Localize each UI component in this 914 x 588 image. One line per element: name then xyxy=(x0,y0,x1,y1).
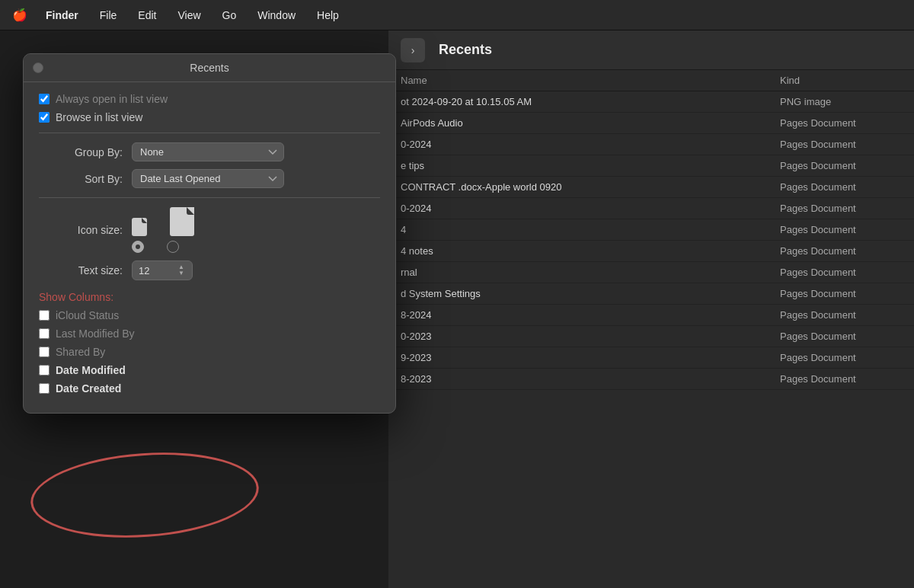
popover-body: Always open in list view Browse in list … xyxy=(24,82,395,413)
table-row[interactable]: 4 notesPages Document xyxy=(388,241,914,262)
table-row[interactable]: 0-2024Pages Document xyxy=(388,198,914,219)
divider-1 xyxy=(39,133,380,133)
sort-by-select[interactable]: Date Last Opened Name Kind Date Modified… xyxy=(132,169,284,188)
menu-edit[interactable]: Edit xyxy=(135,8,159,23)
always-open-label: Always open in list view xyxy=(56,93,168,105)
text-size-row: Text size: 12 ▲ ▼ xyxy=(39,260,380,280)
file-name: 9-2023 xyxy=(401,352,780,363)
menu-file[interactable]: File xyxy=(97,8,120,23)
show-columns-label: Show Columns: xyxy=(39,291,380,303)
file-kind: Pages Document xyxy=(780,288,902,299)
table-row[interactable]: 0-2023Pages Document xyxy=(388,326,914,347)
radio-large[interactable] xyxy=(167,241,179,253)
group-by-label: Group By: xyxy=(39,146,123,158)
file-name: 0-2023 xyxy=(401,331,780,342)
table-row[interactable]: CONTRACT .docx-Apple world 0920Pages Doc… xyxy=(388,177,914,198)
text-size-stepper[interactable]: 12 ▲ ▼ xyxy=(132,260,193,280)
icon-size-section: Icon size: xyxy=(39,207,380,253)
browse-list-label: Browse in list view xyxy=(56,111,142,123)
table-row[interactable]: rnalPages Document xyxy=(388,262,914,283)
date-modified-row: Date Modified xyxy=(39,364,380,376)
icon-size-label: Icon size: xyxy=(39,224,123,236)
col-header-name: Name xyxy=(401,75,780,86)
menu-help[interactable]: Help xyxy=(314,8,342,23)
finder-window: › Recents Name Kind ot 2024-09-20 at 10.… xyxy=(388,30,914,588)
date-created-row: Date Created xyxy=(39,382,380,395)
apple-menu[interactable]: 🍎 xyxy=(12,8,27,22)
finder-title: Recents xyxy=(439,42,492,58)
menubar: 🍎 Finder File Edit View Go Window Help xyxy=(0,0,914,30)
file-name: ot 2024-09-20 at 10.15.05 AM xyxy=(401,96,780,107)
menu-finder[interactable]: Finder xyxy=(43,8,81,23)
last-modified-by-row: Last Modified By xyxy=(39,328,380,340)
show-columns-section: Show Columns: iCloud Status Last Modifie… xyxy=(39,291,380,395)
file-name: 0-2024 xyxy=(401,203,780,214)
main-area: Recents Always open in list view Browse … xyxy=(0,30,914,588)
file-kind: Pages Document xyxy=(780,245,902,257)
last-modified-by-label: Last Modified By xyxy=(56,328,135,340)
shared-by-label: Shared By xyxy=(56,346,105,358)
table-row[interactable]: 4Pages Document xyxy=(388,219,914,241)
shared-by-checkbox[interactable] xyxy=(39,347,50,357)
table-row[interactable]: ot 2024-09-20 at 10.15.05 AMPNG image xyxy=(388,91,914,113)
traffic-light-close[interactable] xyxy=(33,62,43,73)
file-name: 4 notes xyxy=(401,245,780,257)
group-by-select[interactable]: None Kind Application Date Last Opened D… xyxy=(132,142,284,161)
table-row[interactable]: 8-2023Pages Document xyxy=(388,369,914,390)
file-name: AirPods Audio xyxy=(401,117,780,129)
file-name: 4 xyxy=(401,224,780,235)
radio-row xyxy=(132,241,194,253)
file-name: 8-2023 xyxy=(401,373,780,385)
date-modified-checkbox[interactable] xyxy=(39,365,50,375)
table-row[interactable]: 0-2024Pages Document xyxy=(388,134,914,155)
text-size-value: 12 xyxy=(139,265,149,276)
file-kind: Pages Document xyxy=(780,203,902,214)
menu-view[interactable]: View xyxy=(174,8,203,23)
file-kind: Pages Document xyxy=(780,352,902,363)
file-name: 0-2024 xyxy=(401,139,780,150)
icon-size-controls xyxy=(132,207,194,253)
icloud-status-checkbox[interactable] xyxy=(39,310,50,321)
file-kind: Pages Document xyxy=(780,160,902,171)
divider-2 xyxy=(39,197,380,198)
file-kind: Pages Document xyxy=(780,181,902,193)
col-header-kind: Kind xyxy=(780,75,902,86)
annotation-circle xyxy=(28,446,262,545)
sort-by-label: Sort By: xyxy=(39,173,123,185)
stepper-down[interactable]: ▼ xyxy=(177,270,186,276)
icon-small-preview xyxy=(132,218,147,236)
date-modified-label: Date Modified xyxy=(56,364,126,376)
icloud-status-row: iCloud Status xyxy=(39,309,380,321)
radio-small[interactable] xyxy=(132,241,144,253)
table-row[interactable]: AirPods AudioPages Document xyxy=(388,113,914,134)
file-kind: Pages Document xyxy=(780,139,902,150)
file-kind: Pages Document xyxy=(780,309,902,321)
icon-previews xyxy=(132,207,194,236)
browse-list-checkbox[interactable] xyxy=(39,112,50,123)
popover-titlebar: Recents xyxy=(24,54,395,82)
sort-by-row: Sort By: Date Last Opened Name Kind Date… xyxy=(39,169,380,188)
file-name: 8-2024 xyxy=(401,309,780,321)
file-kind: Pages Document xyxy=(780,331,902,342)
shared-by-row: Shared By xyxy=(39,346,380,358)
file-kind: Pages Document xyxy=(780,373,902,385)
date-created-label: Date Created xyxy=(56,382,121,395)
icloud-status-label: iCloud Status xyxy=(56,309,119,321)
table-row[interactable]: e tipsPages Document xyxy=(388,155,914,177)
table-row[interactable]: d System SettingsPages Document xyxy=(388,283,914,305)
file-kind: Pages Document xyxy=(780,267,902,278)
stepper-arrows: ▲ ▼ xyxy=(177,264,186,276)
menu-go[interactable]: Go xyxy=(219,8,240,23)
text-size-label: Text size: xyxy=(39,264,123,276)
menu-window[interactable]: Window xyxy=(254,8,299,23)
always-open-checkbox[interactable] xyxy=(39,94,50,104)
table-row[interactable]: 9-2023Pages Document xyxy=(388,347,914,369)
table-row[interactable]: 8-2024Pages Document xyxy=(388,305,914,326)
date-created-checkbox[interactable] xyxy=(39,383,50,394)
forward-icon: › xyxy=(411,44,415,56)
finder-column-headers: Name Kind xyxy=(388,70,914,91)
last-modified-by-checkbox[interactable] xyxy=(39,328,50,339)
popover-title: Recents xyxy=(190,62,228,74)
file-kind: PNG image xyxy=(780,96,902,107)
finder-forward-btn[interactable]: › xyxy=(401,38,425,62)
